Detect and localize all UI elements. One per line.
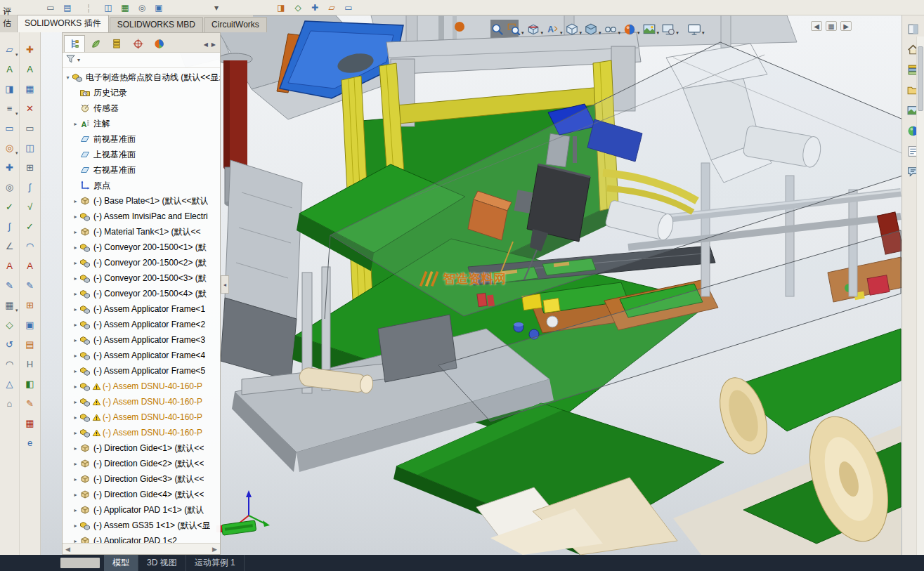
- tool-arc-icon[interactable]: ◠: [1, 354, 18, 374]
- toolbar-fragment-icon[interactable]: ▭: [341, 1, 356, 14]
- toolbar-separator[interactable]: ¦: [82, 1, 96, 14]
- tool-delete-icon[interactable]: ✕: [22, 98, 39, 118]
- displaymanager-tab[interactable]: [148, 35, 169, 52]
- tab-scroll-right-icon[interactable]: ▶: [212, 41, 216, 48]
- dimxpert-tab[interactable]: [127, 35, 148, 52]
- tree-item[interactable]: ▸(-) Conveyor 200-1500<3> (默: [63, 270, 220, 286]
- tool-book-icon[interactable]: ▤: [22, 334, 39, 354]
- statusbar-tab[interactable]: 运动算例 1: [186, 555, 245, 571]
- ribbon-tab[interactable]: SOLIDWORKS 插件: [17, 15, 109, 32]
- expand-arrow-icon[interactable]: ▸: [72, 507, 79, 513]
- tool-check-icon[interactable]: ✓: [22, 216, 39, 236]
- tool-pattern-icon[interactable]: ⊞: [22, 295, 39, 315]
- tree-item[interactable]: ▸(-) Assem DSNU-40-160-P: [63, 379, 220, 394]
- tool-text-icon[interactable]: A: [22, 59, 39, 79]
- tool-note-icon[interactable]: A: [22, 256, 39, 275]
- tool-insert-icon[interactable]: ⊞: [22, 157, 39, 177]
- tool-internet-icon[interactable]: e: [22, 433, 39, 452]
- toolbar-fragment-icon[interactable]: ✚: [308, 1, 322, 14]
- ribbon-tab[interactable]: CircuitWorks: [204, 17, 267, 32]
- toolbar-dropdown[interactable]: ▾: [209, 1, 223, 14]
- expand-arrow-icon[interactable]: ▸: [72, 399, 79, 405]
- tree-item[interactable]: ▸(-) Assem Applicator Frame<1: [63, 301, 220, 317]
- expand-arrow-icon[interactable]: ▸: [72, 121, 79, 127]
- expand-arrow-icon[interactable]: ▸: [72, 244, 79, 251]
- tool-text-icon[interactable]: A: [1, 59, 18, 79]
- tool-diamond-icon[interactable]: ◇: [1, 315, 18, 334]
- expand-arrow-icon[interactable]: ▸: [72, 337, 79, 343]
- toolbar-fragment-icon[interactable]: ▱: [325, 1, 339, 14]
- view-settings-icon[interactable]: ▾: [661, 20, 679, 37]
- tool-fill-icon[interactable]: ◧: [22, 374, 39, 393]
- expand-arrow-icon[interactable]: ▸: [72, 306, 79, 313]
- tool-rotate-icon[interactable]: ↺: [1, 334, 18, 354]
- tool-assembly-features-icon[interactable]: ✚: [22, 39, 39, 59]
- expand-arrow-icon[interactable]: ▸: [72, 322, 79, 328]
- hscroll-left-icon[interactable]: ◀: [65, 546, 70, 553]
- tree-item[interactable]: ▸(-) Conveyor 200-1500<4> (默: [63, 286, 220, 301]
- tree-item[interactable]: 上视基准面: [63, 147, 220, 162]
- display-style-icon[interactable]: ▾: [584, 20, 601, 37]
- tree-item[interactable]: ▸(-) Direction Gide<4> (默认<<: [63, 487, 220, 502]
- tree-item[interactable]: ▸(-) Conveyor 200-1500<2> (默: [63, 255, 220, 270]
- expand-arrow-icon[interactable]: ▸: [72, 198, 79, 204]
- apply-scene-icon[interactable]: ▾: [642, 20, 660, 37]
- tree-item[interactable]: ▸(-) Assem Applicator Frame<4: [63, 348, 220, 363]
- tab-evaluate[interactable]: 评估: [0, 6, 17, 32]
- tool-3d-icon[interactable]: ▣: [22, 315, 39, 334]
- tool-equation-icon[interactable]: √: [22, 197, 39, 216]
- tree-item[interactable]: 传感器: [63, 100, 220, 116]
- tree-item[interactable]: ▸(-) Base Plate<1> (默认<<默认: [63, 193, 220, 209]
- toolbar-fragment-icon[interactable]: ▭: [44, 1, 58, 14]
- toolbar-fragment-icon[interactable]: ◫: [101, 1, 115, 14]
- tree-item[interactable]: 历史记录: [63, 85, 220, 100]
- tree-item[interactable]: ▸(-) Assem Applicator Frame<2: [63, 317, 220, 332]
- tree-item[interactable]: ▸(-) Applicator PAD 1<2: [63, 533, 220, 543]
- tool-table-icon[interactable]: ▦▾: [1, 295, 18, 315]
- tool-grid-icon[interactable]: ▦: [22, 79, 39, 98]
- root-expand-arrow-icon[interactable]: ▾: [64, 74, 72, 81]
- expand-arrow-icon[interactable]: ▸: [72, 523, 79, 529]
- tree-item[interactable]: ▸(-) Applicator PAD 1<1> (默认: [63, 502, 220, 518]
- view-orientation-icon[interactable]: ▾: [565, 20, 583, 37]
- toolbar-fragment-icon[interactable]: ◨: [274, 1, 288, 14]
- edit-appearance-icon[interactable]: ▾: [623, 20, 640, 37]
- tree-item[interactable]: ▸(-) Conveyor 200-1500<1> (默: [63, 239, 220, 255]
- tool-spring-icon[interactable]: ∫: [22, 177, 39, 197]
- tool-home-icon[interactable]: ⌂: [1, 393, 18, 413]
- tool-arc-icon[interactable]: ◠: [22, 236, 39, 256]
- tree-item[interactable]: ▸(-) Assem Applicator Frame<3: [63, 332, 220, 348]
- tree-item[interactable]: ▸(-) Assem DSNU-40-160-P: [63, 409, 220, 425]
- tree-item[interactable]: ▸(-) Material Tank<1> (默认<<: [63, 224, 220, 239]
- tool-draw-icon[interactable]: ✎: [22, 393, 39, 413]
- next-view-icon[interactable]: ▶: [840, 21, 852, 31]
- expand-arrow-icon[interactable]: ▸: [72, 214, 79, 220]
- toolbar-fragment-icon[interactable]: ▤: [60, 1, 74, 14]
- expand-arrow-icon[interactable]: ▸: [72, 260, 79, 266]
- toolbar-fragment-icon[interactable]: ▣: [152, 1, 166, 14]
- tool-h-icon[interactable]: H: [22, 354, 39, 374]
- tool-sketch-icon[interactable]: ✎: [1, 275, 18, 295]
- tool-target-icon[interactable]: ◎: [1, 177, 18, 197]
- statusbar-tab[interactable]: 模型: [104, 555, 138, 571]
- section-view-icon[interactable]: ▾: [526, 20, 544, 37]
- tool-spline-icon[interactable]: ∫: [1, 216, 18, 236]
- tree-item[interactable]: ▸(-) Assem InvisiPac and Electri: [63, 209, 220, 224]
- hscroll-right-icon[interactable]: ▶: [212, 546, 217, 553]
- tool-angle-icon[interactable]: ∠: [1, 236, 18, 256]
- hide-items-icon[interactable]: ▾: [604, 20, 621, 37]
- tree-root-item[interactable]: ▾ 电子制造热熔点胶自动线 (默认<<显示: [63, 70, 220, 85]
- tree-vertical-scrollbar[interactable]: [916, 37, 924, 560]
- tree-item[interactable]: ▸(-) Direction Gide<2> (默认<<: [63, 456, 220, 471]
- tool-pencil-icon[interactable]: ✎: [22, 275, 39, 295]
- tree-item[interactable]: 前视基准面: [63, 131, 220, 147]
- tree-item[interactable]: 原点: [63, 178, 220, 193]
- expand-arrow-icon[interactable]: ▸: [72, 476, 79, 483]
- toolbar-fragment-icon[interactable]: ▦: [118, 1, 132, 14]
- dynamic-annotation-icon[interactable]: A▾: [545, 20, 563, 37]
- expand-arrow-icon[interactable]: ▸: [72, 291, 79, 297]
- tool-slot-icon[interactable]: ▭: [1, 118, 18, 138]
- monitor-icon[interactable]: ▾: [687, 20, 705, 37]
- tree-item[interactable]: ▸(-) Assem GS35 1<1> (默认<显: [63, 518, 220, 533]
- expand-arrow-icon[interactable]: ▸: [72, 445, 79, 452]
